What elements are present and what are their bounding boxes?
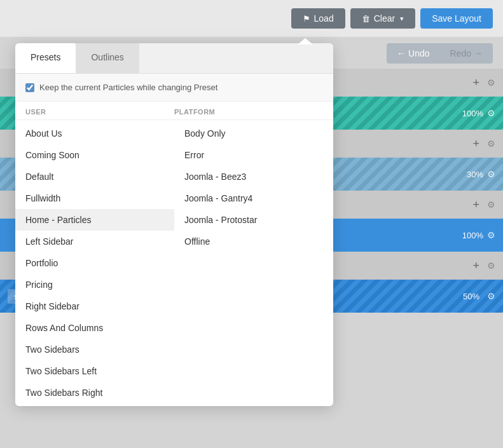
save-label: Save Layout — [432, 13, 481, 24]
gear-section-icon-3[interactable]: ⚙ — [487, 200, 495, 210]
columns-header: USER PLATFORM — [15, 102, 333, 120]
user-preset-column: About UsComing SoonDefaultFullwidthHome … — [15, 120, 174, 406]
user-column-header: USER — [25, 108, 174, 116]
load-label: Load — [314, 13, 334, 24]
user-preset-item-home-particles[interactable]: Home - Particles — [15, 209, 174, 231]
gear-section-icon-2[interactable]: ⚙ — [487, 139, 495, 149]
user-preset-item-two-sidebars-left[interactable]: Two Sidebars Left — [15, 360, 174, 382]
user-preset-item-two-sidebars[interactable]: Two Sidebars — [15, 339, 174, 360]
add-section-icon-1[interactable]: + — [472, 76, 479, 90]
gear-section-icon-4[interactable]: ⚙ — [487, 261, 495, 271]
undo-arrow-icon: ← — [397, 48, 406, 58]
undo-redo-toolbar: ← Undo Redo → — [387, 43, 493, 64]
dropdown-pointer — [298, 38, 313, 44]
keep-particles-checkbox[interactable] — [25, 83, 34, 92]
platform-column-header: PLATFORM — [174, 108, 323, 116]
user-preset-item-fullwidth[interactable]: Fullwidth — [15, 187, 174, 209]
presets-dropdown: Presets Outlines Keep the current Partic… — [15, 43, 333, 406]
checkbox-row: Keep the current Particles while changin… — [15, 74, 333, 102]
blue2-gear-icon[interactable]: ⚙ — [487, 291, 495, 301]
redo-arrow-icon: → — [474, 48, 483, 58]
add-section-icon-3[interactable]: + — [472, 198, 479, 212]
platform-preset-item-error[interactable]: Error — [174, 144, 333, 166]
load-button[interactable]: ⚑ Load — [291, 8, 345, 29]
gear-section-icon-1[interactable]: ⚙ — [487, 78, 495, 88]
tab-presets[interactable]: Presets — [15, 43, 76, 73]
save-layout-button[interactable]: Save Layout — [420, 8, 493, 29]
trash-icon: 🗑 — [362, 14, 370, 24]
redo-label: Redo — [450, 48, 471, 58]
tab-outlines-label: Outlines — [91, 52, 123, 62]
user-preset-item-right-sidebar[interactable]: Right Sidebar — [15, 295, 174, 317]
redo-button[interactable]: Redo → — [440, 43, 493, 64]
keep-particles-label: Keep the current Particles while changin… — [39, 83, 217, 92]
teal-percent: 100% — [462, 109, 483, 118]
undo-label: Undo — [408, 48, 429, 58]
add-section-icon-2[interactable]: + — [472, 137, 479, 151]
platform-preset-item-joomla-gantry4[interactable]: Joomla - Gantry4 — [174, 187, 333, 209]
platform-preset-item-body-only[interactable]: Body Only — [174, 123, 333, 144]
undo-button[interactable]: ← Undo — [387, 43, 439, 64]
preset-list: About UsComing SoonDefaultFullwidthHome … — [15, 120, 333, 406]
add-section-icon-4[interactable]: + — [472, 259, 479, 273]
platform-preset-item-joomla-protostar[interactable]: Joomla - Protostar — [174, 209, 333, 231]
blue2-percent: 50% — [463, 292, 479, 301]
tab-presets-label: Presets — [31, 52, 60, 62]
main-toolbar: ⚑ Load 🗑 Clear ▾ Save Layout — [0, 0, 503, 37]
tab-outlines[interactable]: Outlines — [76, 43, 139, 73]
clear-button[interactable]: 🗑 Clear ▾ — [350, 8, 415, 29]
user-preset-item-pricing[interactable]: Pricing — [15, 274, 174, 295]
user-preset-item-about-us[interactable]: About Us — [15, 123, 174, 144]
usb-icon: ⚑ — [303, 14, 310, 24]
platform-preset-item-offline[interactable]: Offline — [174, 231, 333, 252]
tabs-row: Presets Outlines — [15, 43, 333, 74]
user-preset-item-left-sidebar[interactable]: Left Sidebar — [15, 231, 174, 252]
user-preset-item-rows-and-columns[interactable]: Rows And Columns — [15, 317, 174, 339]
blue-light-percent: 30% — [467, 170, 483, 179]
blue-light-gear-icon[interactable]: ⚙ — [487, 169, 495, 179]
user-preset-item-two-sidebars-right[interactable]: Two Sidebars Right — [15, 382, 174, 404]
teal-gear-icon[interactable]: ⚙ — [487, 108, 495, 118]
user-preset-item-default[interactable]: Default — [15, 166, 174, 187]
clear-label: Clear — [374, 13, 395, 24]
platform-preset-item-joomla-beez3[interactable]: Joomla - Beez3 — [174, 166, 333, 187]
platform-preset-column: Body OnlyErrorJoomla - Beez3Joomla - Gan… — [174, 120, 333, 406]
user-preset-item-portfolio[interactable]: Portfolio — [15, 252, 174, 274]
blue-gear-icon[interactable]: ⚙ — [487, 230, 495, 240]
user-preset-item-coming-soon[interactable]: Coming Soon — [15, 144, 174, 166]
caret-icon: ▾ — [400, 15, 404, 23]
blue-percent: 100% — [462, 231, 483, 240]
